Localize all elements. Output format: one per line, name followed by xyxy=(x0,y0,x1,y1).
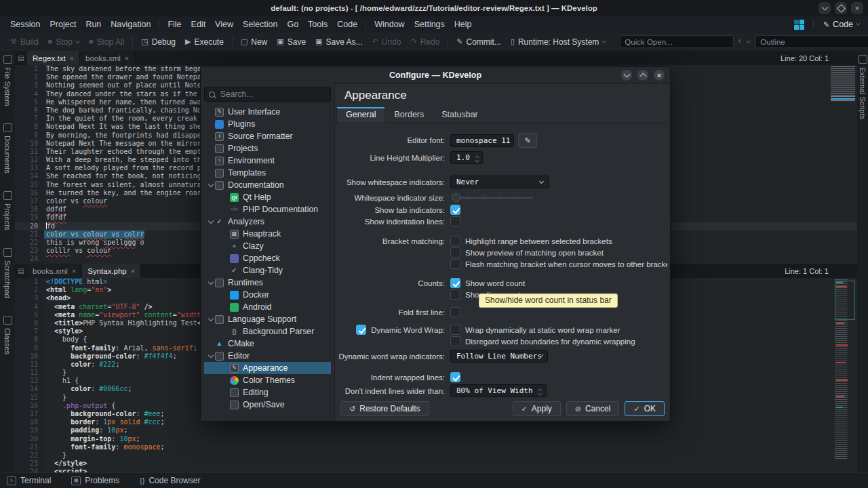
word-count-checkbox[interactable] xyxy=(450,278,460,288)
menu-session[interactable]: Session xyxy=(5,18,45,30)
quick-open-input[interactable] xyxy=(620,35,734,48)
code-dropdown-button[interactable]: ✎ Code xyxy=(823,20,860,29)
dock-button-file-system[interactable]: File System xyxy=(3,55,12,106)
dynamic-word-wrap-checkbox[interactable] xyxy=(356,325,366,335)
tree-item-color-themes[interactable]: Color Themes xyxy=(204,374,331,386)
show-preview-checkbox[interactable] xyxy=(450,247,460,258)
tree-item-clang-tidy[interactable]: ✓Clang-Tidy xyxy=(204,264,331,277)
tab-indicators-checkbox[interactable] xyxy=(450,205,460,215)
indent-wrapped-checkbox[interactable] xyxy=(450,372,460,382)
tree-item-documentation[interactable]: Documentation xyxy=(204,179,331,191)
tab-statusbar[interactable]: Statusbar xyxy=(433,107,487,123)
outline-input[interactable] xyxy=(755,35,868,48)
tree-item-templates[interactable]: Templates xyxy=(204,167,331,179)
toolbar-commit[interactable]: ✎Commit... xyxy=(452,35,506,49)
expand-chevron-icon[interactable] xyxy=(207,220,215,223)
editor-font-value[interactable]: monospace 11 xyxy=(450,134,514,147)
menu-selection[interactable]: Selection xyxy=(238,18,282,30)
expand-chevron-icon[interactable] xyxy=(207,184,215,186)
close-icon[interactable]: × xyxy=(72,267,76,275)
expand-chevron-icon[interactable] xyxy=(207,318,215,321)
highlight-range-checkbox[interactable] xyxy=(450,236,460,246)
close-button[interactable]: × xyxy=(851,2,863,14)
tree-item-user-interface[interactable]: ✎User Interface xyxy=(204,106,331,118)
toolbar-save-as[interactable]: ▣Save As... xyxy=(311,35,367,49)
menu-file[interactable]: File xyxy=(163,18,186,30)
line-height-spinbox[interactable]: 1.0 xyxy=(450,151,483,164)
choose-font-button[interactable]: ✎ xyxy=(518,133,537,148)
whitespace-size-slider[interactable] xyxy=(452,192,533,203)
tree-item-cmake[interactable]: ▲CMake xyxy=(204,338,331,350)
tree-item-android[interactable]: Android xyxy=(204,301,331,313)
fold-first-line-checkbox[interactable] xyxy=(450,307,460,317)
toolbar-save[interactable]: ▣Save xyxy=(272,35,311,49)
dww-indicators-dropdown[interactable]: Follow Line Numbers xyxy=(450,350,548,363)
wrap-at-marker-checkbox[interactable] xyxy=(450,325,460,335)
tree-item-background-parser[interactable]: {}Background Parser xyxy=(204,325,331,338)
tree-item-open-save[interactable]: Open/Save xyxy=(204,399,331,409)
tab-books-xml[interactable]: books.xml× xyxy=(80,51,135,65)
tree-item-environment[interactable]: ›Environment xyxy=(204,155,331,167)
tree-item-docker[interactable]: Docker xyxy=(204,289,331,301)
window-titlebar[interactable]: default: (no projects) - [ /home/edward/… xyxy=(0,0,868,16)
tree-item-plugins[interactable]: Plugins xyxy=(204,118,331,130)
settings-search-box[interactable] xyxy=(204,87,331,102)
indentation-lines-checkbox[interactable] xyxy=(450,216,460,226)
tab-books-xml[interactable]: books.xml× xyxy=(27,264,82,278)
chevron-down-icon[interactable] xyxy=(746,38,751,43)
menu-help[interactable]: Help xyxy=(450,18,477,30)
tab-syntax-php[interactable]: Syntax.php× xyxy=(82,264,141,278)
cancel-button[interactable]: ⊘ Cancel xyxy=(566,401,620,416)
bottom-button-terminal[interactable]: >Terminal xyxy=(7,476,51,485)
menu-run[interactable]: Run xyxy=(81,18,106,30)
close-icon[interactable]: × xyxy=(70,54,74,62)
menu-settings[interactable]: Settings xyxy=(410,18,450,30)
flash-bracket-checkbox[interactable] xyxy=(450,259,460,269)
apply-button[interactable]: ✓ Apply xyxy=(513,401,561,416)
bottom-button-problems[interactable]: ▦Problems xyxy=(71,476,119,485)
close-icon[interactable]: × xyxy=(125,54,129,62)
spinner-arrows-icon[interactable] xyxy=(538,387,542,395)
editor-group-icon[interactable]: ▤ xyxy=(15,267,27,274)
expand-chevron-icon[interactable] xyxy=(207,354,215,357)
dock-button-classes[interactable]: Classes xyxy=(3,316,12,354)
menu-go[interactable]: Go xyxy=(282,18,303,30)
menu-window[interactable]: Window xyxy=(370,18,409,30)
ok-button[interactable]: ✓ OK xyxy=(625,401,665,416)
tab-regex-txt[interactable]: Regex.txt× xyxy=(27,51,80,65)
chevron-left-icon[interactable] xyxy=(738,38,743,43)
dock-button-documents[interactable]: Documents xyxy=(3,123,12,174)
tree-item-php-documentation[interactable]: </>PHP Documentation xyxy=(204,203,331,216)
toolbar-runtime-host-system[interactable]: ▯Runtime: Host System xyxy=(506,35,610,49)
menu-tools[interactable]: Tools xyxy=(303,18,332,30)
menu-code[interactable]: Code xyxy=(332,18,362,30)
dock-button-scratchpad[interactable]: Scratchpad xyxy=(3,248,12,298)
settings-search-input[interactable] xyxy=(219,89,327,100)
tree-item-runtimes[interactable]: Runtimes xyxy=(204,277,331,289)
dialog-titlebar[interactable]: Configure — KDevelop × xyxy=(201,67,670,84)
menu-project[interactable]: Project xyxy=(45,18,81,30)
tree-item-projects[interactable]: Projects xyxy=(204,142,331,155)
toolbar-new[interactable]: ▢New xyxy=(236,35,272,49)
editor2-minimap[interactable] xyxy=(835,279,855,468)
menu-edit[interactable]: Edit xyxy=(186,18,211,30)
spinner-arrows-icon[interactable] xyxy=(475,154,479,162)
menu-navigation[interactable]: Navigation xyxy=(106,18,155,30)
dont-indent-spinbox[interactable]: 80% of View Width xyxy=(450,384,547,397)
menu-view[interactable]: View xyxy=(210,18,238,30)
tree-item-language-support[interactable]: Language Support xyxy=(204,313,331,325)
restore-defaults-button[interactable]: ↺ Restore Defaults xyxy=(340,401,429,416)
dialog-help-button[interactable] xyxy=(621,70,632,81)
whitespace-indicators-dropdown[interactable]: Never xyxy=(450,176,549,188)
tab-borders[interactable]: Borders xyxy=(385,107,433,123)
tree-item-cppcheck[interactable]: Cppcheck xyxy=(204,252,331,264)
dialog-close-button[interactable]: × xyxy=(654,70,665,81)
tree-item-appearance[interactable]: ✎Appearance xyxy=(204,362,331,374)
editor1-minimap[interactable] xyxy=(831,66,855,102)
tree-item-analyzers[interactable]: ✓Analyzers xyxy=(204,216,331,228)
tree-item-heaptrack[interactable]: ▦Heaptrack xyxy=(204,228,331,240)
toolbar-execute[interactable]: ▶Execute xyxy=(180,35,229,49)
tab-general[interactable]: General xyxy=(336,107,385,123)
dock-button-projects[interactable]: Projects xyxy=(3,191,12,230)
tree-item-editor[interactable]: Editor xyxy=(204,350,331,362)
